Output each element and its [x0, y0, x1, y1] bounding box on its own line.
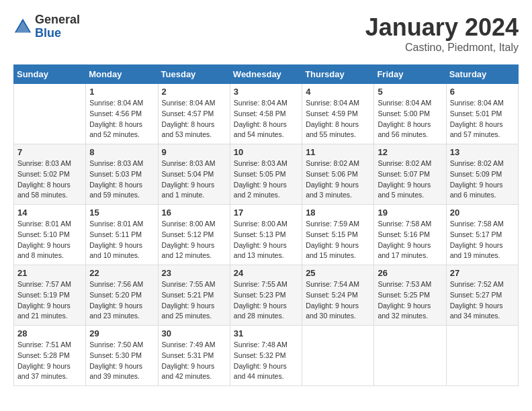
calendar-cell: 17Sunrise: 8:00 AMSunset: 5:13 PMDayligh…: [230, 205, 302, 265]
month-title: January 2024: [365, 13, 519, 42]
day-number: 23: [162, 268, 226, 278]
day-info: Sunrise: 7:56 AMSunset: 5:20 PMDaylight:…: [89, 279, 154, 322]
calendar-week-row: 7Sunrise: 8:03 AMSunset: 5:02 PMDaylight…: [14, 144, 519, 205]
day-of-week-header: Saturday: [446, 65, 518, 84]
calendar-cell: 27Sunrise: 7:52 AMSunset: 5:27 PMDayligh…: [446, 265, 518, 326]
logo-blue-text: Blue: [35, 27, 80, 40]
day-info: Sunrise: 8:03 AMSunset: 5:02 PMDaylight:…: [17, 158, 82, 201]
day-info: Sunrise: 7:52 AMSunset: 5:27 PMDaylight:…: [450, 279, 515, 322]
calendar-cell: 2Sunrise: 8:04 AMSunset: 4:57 PMDaylight…: [158, 84, 230, 144]
day-number: 6: [450, 87, 515, 97]
day-number: 27: [450, 268, 515, 278]
day-number: 4: [306, 87, 370, 97]
day-number: 14: [17, 208, 82, 218]
calendar-cell: 15Sunrise: 8:01 AMSunset: 5:11 PMDayligh…: [86, 205, 158, 265]
day-info: Sunrise: 8:04 AMSunset: 4:56 PMDaylight:…: [89, 98, 154, 140]
day-info: Sunrise: 8:00 AMSunset: 5:12 PMDaylight:…: [162, 219, 226, 261]
calendar-body: 1Sunrise: 8:04 AMSunset: 4:56 PMDaylight…: [14, 84, 519, 386]
calendar-cell: 16Sunrise: 8:00 AMSunset: 5:12 PMDayligh…: [158, 205, 230, 265]
day-number: 24: [234, 268, 298, 278]
day-info: Sunrise: 8:03 AMSunset: 5:04 PMDaylight:…: [162, 158, 226, 201]
calendar-cell: 18Sunrise: 7:59 AMSunset: 5:15 PMDayligh…: [302, 205, 374, 265]
day-number: 18: [306, 208, 370, 218]
day-number: 12: [378, 147, 442, 157]
logo-text: General Blue: [35, 13, 80, 40]
day-info: Sunrise: 7:58 AMSunset: 5:17 PMDaylight:…: [450, 219, 515, 261]
header-row: SundayMondayTuesdayWednesdayThursdayFrid…: [14, 65, 519, 84]
day-number: 20: [450, 208, 515, 218]
day-info: Sunrise: 7:55 AMSunset: 5:23 PMDaylight:…: [234, 279, 298, 322]
day-number: 10: [234, 147, 298, 157]
calendar-week-row: 21Sunrise: 7:57 AMSunset: 5:19 PMDayligh…: [14, 265, 519, 326]
calendar-cell: 10Sunrise: 8:03 AMSunset: 5:05 PMDayligh…: [230, 144, 302, 205]
day-number: 29: [89, 328, 154, 338]
calendar-cell: 21Sunrise: 7:57 AMSunset: 5:19 PMDayligh…: [14, 265, 86, 326]
day-number: 26: [378, 268, 442, 278]
calendar-cell: 25Sunrise: 7:54 AMSunset: 5:24 PMDayligh…: [302, 265, 374, 326]
calendar-cell: 12Sunrise: 8:02 AMSunset: 5:07 PMDayligh…: [374, 144, 446, 205]
calendar-cell: 13Sunrise: 8:02 AMSunset: 5:09 PMDayligh…: [446, 144, 518, 205]
calendar-cell: 5Sunrise: 8:04 AMSunset: 5:00 PMDaylight…: [374, 84, 446, 144]
day-info: Sunrise: 7:59 AMSunset: 5:15 PMDaylight:…: [306, 219, 370, 261]
logo-icon: [13, 17, 32, 36]
page-header: General Blue January 2024 Castino, Piedm…: [13, 13, 519, 54]
day-number: 31: [234, 328, 298, 338]
calendar-cell: 24Sunrise: 7:55 AMSunset: 5:23 PMDayligh…: [230, 265, 302, 326]
day-info: Sunrise: 7:58 AMSunset: 5:16 PMDaylight:…: [378, 219, 442, 261]
title-area: January 2024 Castino, Piedmont, Italy: [365, 13, 519, 54]
day-number: 13: [450, 147, 515, 157]
day-number: 7: [17, 147, 82, 157]
calendar-table: SundayMondayTuesdayWednesdayThursdayFrid…: [13, 64, 519, 386]
day-number: 15: [89, 208, 154, 218]
svg-marker-1: [16, 21, 30, 32]
day-number: 8: [89, 147, 154, 157]
calendar-cell: 20Sunrise: 7:58 AMSunset: 5:17 PMDayligh…: [446, 205, 518, 265]
day-info: Sunrise: 8:02 AMSunset: 5:09 PMDaylight:…: [450, 158, 515, 201]
calendar-cell: 14Sunrise: 8:01 AMSunset: 5:10 PMDayligh…: [14, 205, 86, 265]
day-number: 5: [378, 87, 442, 97]
day-number: 19: [378, 208, 442, 218]
day-of-week-header: Tuesday: [158, 65, 230, 84]
day-of-week-header: Wednesday: [230, 65, 302, 84]
calendar-cell: 28Sunrise: 7:51 AMSunset: 5:28 PMDayligh…: [14, 326, 86, 386]
calendar-cell: [302, 326, 374, 386]
calendar-cell: 8Sunrise: 8:03 AMSunset: 5:03 PMDaylight…: [86, 144, 158, 205]
day-number: 28: [17, 328, 82, 338]
day-info: Sunrise: 7:57 AMSunset: 5:19 PMDaylight:…: [17, 279, 82, 322]
calendar-cell: [446, 326, 518, 386]
calendar-cell: 30Sunrise: 7:49 AMSunset: 5:31 PMDayligh…: [158, 326, 230, 386]
day-info: Sunrise: 8:03 AMSunset: 5:05 PMDaylight:…: [234, 158, 298, 201]
day-of-week-header: Monday: [86, 65, 158, 84]
calendar-cell: 7Sunrise: 8:03 AMSunset: 5:02 PMDaylight…: [14, 144, 86, 205]
day-info: Sunrise: 8:04 AMSunset: 5:01 PMDaylight:…: [450, 98, 515, 140]
calendar-week-row: 1Sunrise: 8:04 AMSunset: 4:56 PMDaylight…: [14, 84, 519, 144]
day-info: Sunrise: 8:04 AMSunset: 4:58 PMDaylight:…: [234, 98, 298, 140]
day-info: Sunrise: 8:04 AMSunset: 5:00 PMDaylight:…: [378, 98, 442, 140]
day-info: Sunrise: 8:01 AMSunset: 5:11 PMDaylight:…: [89, 219, 154, 261]
calendar-cell: 4Sunrise: 8:04 AMSunset: 4:59 PMDaylight…: [302, 84, 374, 144]
calendar-cell: 1Sunrise: 8:04 AMSunset: 4:56 PMDaylight…: [86, 84, 158, 144]
day-number: 16: [162, 208, 226, 218]
calendar-cell: [14, 84, 86, 144]
location-subtitle: Castino, Piedmont, Italy: [365, 42, 519, 54]
calendar-week-row: 28Sunrise: 7:51 AMSunset: 5:28 PMDayligh…: [14, 326, 519, 386]
calendar-cell: 29Sunrise: 7:50 AMSunset: 5:30 PMDayligh…: [86, 326, 158, 386]
calendar-cell: 22Sunrise: 7:56 AMSunset: 5:20 PMDayligh…: [86, 265, 158, 326]
calendar-cell: [374, 326, 446, 386]
day-number: 17: [234, 208, 298, 218]
day-info: Sunrise: 7:54 AMSunset: 5:24 PMDaylight:…: [306, 279, 370, 322]
day-info: Sunrise: 8:03 AMSunset: 5:03 PMDaylight:…: [89, 158, 154, 201]
day-number: 30: [162, 328, 226, 338]
calendar-week-row: 14Sunrise: 8:01 AMSunset: 5:10 PMDayligh…: [14, 205, 519, 265]
day-of-week-header: Sunday: [14, 65, 86, 84]
day-number: 22: [89, 268, 154, 278]
day-number: 2: [162, 87, 226, 97]
day-info: Sunrise: 7:50 AMSunset: 5:30 PMDaylight:…: [89, 340, 154, 382]
day-info: Sunrise: 8:02 AMSunset: 5:06 PMDaylight:…: [306, 158, 370, 201]
day-number: 25: [306, 268, 370, 278]
day-info: Sunrise: 8:02 AMSunset: 5:07 PMDaylight:…: [378, 158, 442, 201]
day-number: 1: [89, 87, 154, 97]
day-info: Sunrise: 7:51 AMSunset: 5:28 PMDaylight:…: [17, 340, 82, 382]
day-of-week-header: Thursday: [302, 65, 374, 84]
calendar-cell: 31Sunrise: 7:48 AMSunset: 5:32 PMDayligh…: [230, 326, 302, 386]
